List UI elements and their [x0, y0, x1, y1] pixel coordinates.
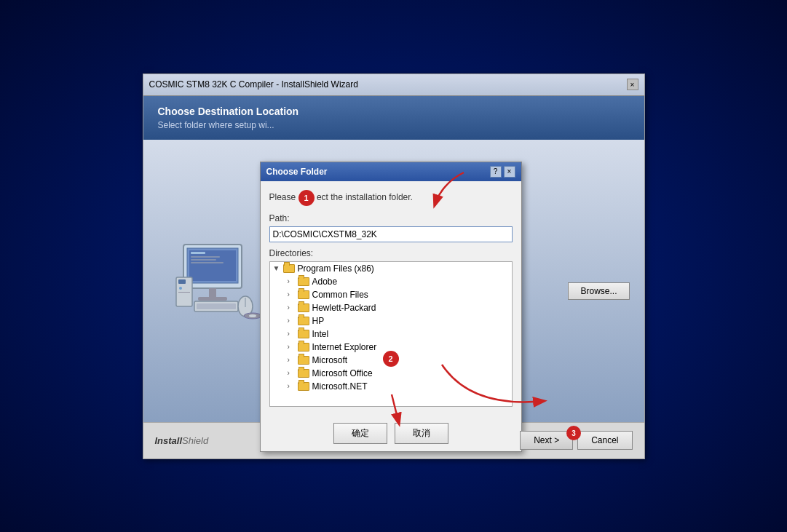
- folder-icon: [298, 290, 309, 299]
- folder-icon: [298, 317, 309, 325]
- folder-icon: [298, 343, 309, 352]
- tree-arrow: ›: [288, 330, 296, 338]
- tree-arrow-expand: ▼: [273, 264, 282, 272]
- dialog-directories-label: Directories:: [269, 248, 513, 258]
- tree-item-adobe[interactable]: › Adobe: [270, 275, 512, 288]
- dialog-instruction: Please 1 ect the installation folder.: [269, 190, 513, 206]
- tree-item-program-files[interactable]: ▼ Program Files (x86): [270, 262, 512, 275]
- folder-icon: [298, 303, 309, 312]
- tree-label: Adobe: [312, 277, 338, 287]
- dialog-close-button[interactable]: ×: [504, 166, 515, 178]
- annotation-circle-3: 3: [566, 426, 581, 440]
- tree-label: Internet Explorer: [312, 342, 377, 352]
- folder-icon: [298, 330, 309, 338]
- tree-arrow: ›: [288, 303, 296, 311]
- tree-item-hp[interactable]: › HP: [270, 314, 512, 327]
- tree-label: Intel: [312, 329, 329, 339]
- dialog-path-input[interactable]: [269, 226, 513, 242]
- brand-bold: Install: [155, 435, 183, 446]
- tree-item-intel[interactable]: › Intel: [270, 327, 512, 341]
- dialog-body: Please 1 ect the installation folder. Pa…: [261, 181, 521, 416]
- tree-arrow: ›: [288, 356, 296, 364]
- cancel-button[interactable]: Cancel: [577, 431, 632, 450]
- tree-arrow: ›: [288, 343, 296, 351]
- annotation-circle-2: 2: [383, 351, 399, 367]
- tree-arrow: ›: [288, 317, 296, 325]
- dialog-help-button[interactable]: ?: [490, 166, 502, 178]
- installshield-brand: InstallShield: [155, 435, 209, 446]
- installer-content: Browse and select another Browse... Choo…: [143, 140, 644, 422]
- installer-header: Choose Destination Location Select folde…: [143, 96, 644, 140]
- choose-folder-dialog: Choose Folder ? × Please 1 ect the in: [260, 162, 522, 452]
- tree-label: Microsoft Office: [312, 368, 373, 378]
- folder-icon: [283, 264, 295, 273]
- installer-window: COSMIC STM8 32K C Compiler - InstallShie…: [143, 74, 645, 459]
- installer-header-subtitle: Select folder where setup wi...: [158, 120, 299, 130]
- arrow-2-svg: [377, 391, 421, 434]
- tree-label: HP: [312, 316, 325, 326]
- tree-item-common-files[interactable]: › Common Files: [270, 288, 512, 301]
- folder-icon: [298, 369, 309, 378]
- tree-arrow: ›: [288, 369, 296, 377]
- dialog-tree[interactable]: ▼ Program Files (x86) › Adobe › C: [269, 261, 513, 407]
- installer-header-title: Choose Destination Location: [158, 106, 299, 117]
- folder-icon: [298, 356, 309, 365]
- tree-label: Microsoft.NET: [312, 381, 368, 392]
- dialog-titlebar: Choose Folder ? ×: [261, 162, 521, 181]
- tree-arrow: ›: [288, 382, 296, 390]
- tree-arrow: ›: [288, 290, 296, 298]
- tree-label: Hewlett-Packard: [312, 303, 376, 313]
- folder-icon: [298, 277, 309, 286]
- folder-icon: [298, 382, 309, 391]
- next-button[interactable]: Next > 3: [520, 431, 573, 450]
- dialog-title: Choose Folder: [266, 167, 328, 177]
- svg-line-20: [392, 394, 399, 424]
- dialog-overlay: Choose Folder ? × Please 1 ect the in: [143, 140, 644, 422]
- tree-label: Common Files: [312, 290, 368, 300]
- installer-title: COSMIC STM8 32K C Compiler - InstallShie…: [149, 79, 358, 90]
- annotation-area-2: 2: [377, 391, 421, 437]
- annotation-circle-1: 1: [298, 190, 315, 206]
- brand-italic: Shield: [182, 435, 208, 446]
- installer-titlebar: COSMIC STM8 32K C Compiler - InstallShie…: [143, 74, 644, 96]
- dialog-path-label: Path:: [269, 213, 513, 223]
- tree-item-microsoft-office[interactable]: › Microsoft Office: [270, 367, 512, 380]
- tree-arrow: ›: [288, 277, 296, 285]
- installer-close-button[interactable]: ×: [627, 79, 638, 90]
- tree-item-hewlett-packard[interactable]: › Hewlett-Packard: [270, 301, 512, 314]
- tree-label: Program Files (x86): [298, 263, 374, 274]
- dialog-titlebar-buttons: ? ×: [490, 166, 515, 178]
- tree-label: Microsoft: [312, 355, 348, 365]
